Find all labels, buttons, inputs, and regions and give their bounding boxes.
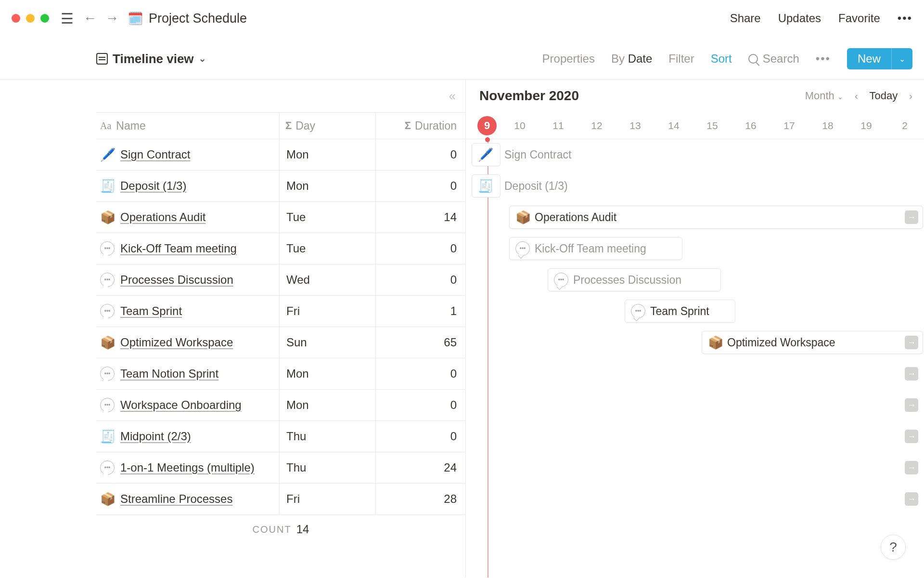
count-value: 14 [296,523,309,536]
table-row[interactable]: 📦Streamline ProcessesFri28 [96,484,465,515]
chevron-down-icon: ⌄ [199,53,206,64]
timeline-bar[interactable]: •••Processes Discussion [548,268,721,291]
view-label: Timeline view [113,52,194,66]
next-period-icon[interactable]: › [909,91,912,102]
continues-right-icon[interactable]: → [905,430,918,443]
sidebar-toggle-icon[interactable]: ☰ [61,10,74,27]
table-row[interactable]: •••Team SprintFri1 [96,296,465,327]
page-more-icon[interactable]: ••• [898,12,912,25]
properties-button[interactable]: Properties [542,52,595,66]
table-row[interactable]: 📦Operations AuditTue14 [96,202,465,233]
row-duration: 0 [375,139,465,170]
view-selector[interactable]: Timeline view ⌄ [96,52,206,66]
row-duration: 0 [375,233,465,264]
row-name: Optimized Workspace [120,336,233,349]
row-name: 1-on-1 Meetings (multiple) [120,461,255,474]
continues-right-icon[interactable]: → [905,210,918,224]
page-title: Project Schedule [149,11,247,26]
continues-right-icon[interactable]: → [905,461,918,474]
new-button-main[interactable]: New [847,48,891,69]
sort-by-button[interactable]: By Date [611,52,652,66]
speech-bubble-icon: ••• [100,398,115,412]
timeline-bar-label: Operations Audit [535,211,616,224]
page-icon: 🗓️ [128,11,143,26]
row-name: Processes Discussion [120,273,233,287]
col-header-day[interactable]: Σ Day [279,113,375,139]
date-axis: 9 101112131415161718192 [466,112,924,139]
row-name: Team Notion Sprint [120,367,218,381]
favorite-button[interactable]: Favorite [838,12,880,25]
close-window-icon[interactable] [12,14,20,23]
table-row[interactable]: •••Workspace OnboardingMon0 [96,390,465,421]
speech-bubble-icon: ••• [515,241,530,256]
row-duration: 0 [375,171,465,201]
col-header-name[interactable]: Aa Name [96,119,279,132]
row-emoji-icon: 📦 [708,335,722,350]
date-tick: 15 [693,120,732,131]
table-row[interactable]: 📦Optimized WorkspaceSun65 [96,327,465,358]
timeline-bar[interactable]: •••Team Sprint [625,300,735,323]
timeline-bar[interactable]: 🧾 [472,174,500,197]
continues-right-icon[interactable]: → [905,367,918,381]
timeline-bar[interactable]: 📦Operations Audit [509,206,923,229]
new-button-dropdown[interactable]: ⌄ [891,48,912,69]
table-row[interactable]: 🧾Deposit (1/3)Mon0 [96,171,465,202]
help-button[interactable]: ? [881,535,906,560]
row-duration: 1 [375,296,465,327]
row-name: Streamline Processes [120,492,232,506]
col-header-duration[interactable]: Σ Duration [375,113,465,139]
row-day: Sun [279,327,375,358]
table-row[interactable]: •••Kick-Off Team meetingTue0 [96,233,465,264]
timeline-bar[interactable]: 🖊️ [472,143,500,166]
row-emoji-icon: 🖊️ [100,147,115,162]
collapse-columns-icon[interactable]: « [96,79,465,112]
row-day: Tue [279,202,375,233]
row-name: Operations Audit [120,210,205,224]
table-row[interactable]: •••Team Notion SprintMon0 [96,358,465,390]
row-emoji-icon: 📦 [100,492,115,507]
share-button[interactable]: Share [730,12,761,25]
continues-right-icon[interactable]: → [905,398,918,412]
col-day-label: Day [295,119,315,132]
timeline-lanes[interactable]: Sign Contract🖊️Deposit (1/3)🧾📦Operations… [466,139,924,578]
speech-bubble-icon: ••• [100,241,115,256]
table-header: Aa Name Σ Day Σ Duration [96,112,465,139]
view-more-icon[interactable]: ••• [816,52,831,66]
row-duration: 24 [375,452,465,483]
continues-right-icon[interactable]: → [905,492,918,506]
today-marker: 9 [477,116,497,135]
prev-period-icon[interactable]: ‹ [855,91,858,102]
timeline-lane: → [466,484,924,515]
filter-button[interactable]: Filter [668,52,694,66]
table-row[interactable]: •••Processes DiscussionWed0 [96,264,465,296]
timeline-lane: •••Team Sprint [466,296,924,327]
table-row[interactable]: 🖊️Sign ContractMon0 [96,139,465,171]
timeline-lane: •••Kick-Off Team meeting [466,233,924,264]
date-tick: 16 [732,120,770,131]
updates-button[interactable]: Updates [778,12,821,25]
row-duration: 0 [375,358,465,389]
database-toolbar: Timeline view ⌄ Properties By Date Filte… [0,37,924,79]
date-tick: 11 [539,120,578,131]
row-emoji-icon: 🖊️ [478,147,492,162]
timeline-lane: → [466,452,924,484]
timeline-bar[interactable]: •••Kick-Off Team meeting [509,237,682,260]
table-row[interactable]: •••1-on-1 Meetings (multiple)Thu24 [96,452,465,484]
search-button[interactable]: Search [748,52,799,66]
timeline-panel: November 2020 Month ⌄ ‹ Today › 9 101112… [466,79,924,578]
zoom-window-icon[interactable] [40,14,49,23]
timeline-bar[interactable]: 📦Optimized Workspace [702,331,923,354]
row-emoji-icon: 📦 [515,210,530,225]
nav-forward-icon[interactable]: → [105,11,119,26]
date-tick: 13 [616,120,654,131]
nav-back-icon[interactable]: ← [83,11,97,26]
minimize-window-icon[interactable] [26,14,35,23]
scale-selector[interactable]: Month ⌄ [805,90,843,102]
speech-bubble-icon: ••• [100,273,115,287]
table-row[interactable]: 🧾Midpoint (2/3)Thu0 [96,421,465,452]
sort-button[interactable]: Sort [711,52,732,66]
speech-bubble-icon: ••• [100,367,115,381]
today-button[interactable]: Today [870,90,898,102]
continues-right-icon[interactable]: → [905,336,918,349]
formula-icon: Σ [405,119,411,132]
